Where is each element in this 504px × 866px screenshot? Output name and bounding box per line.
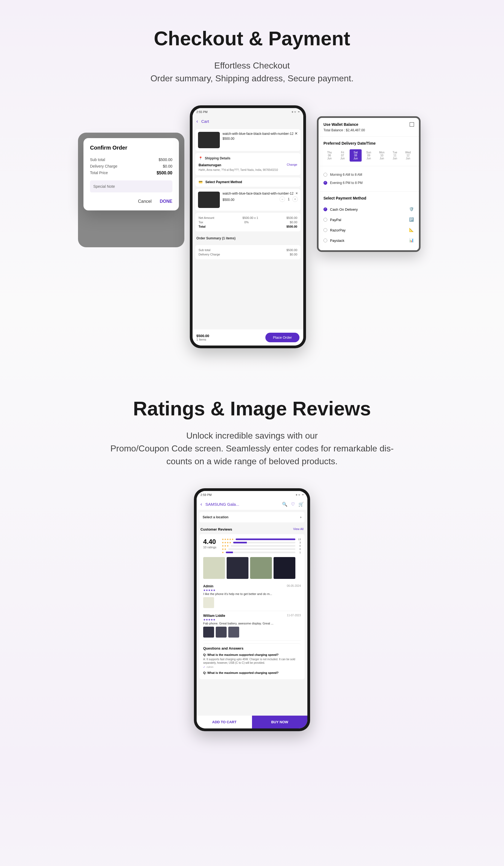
calendar-day[interactable]: Mon10Jun xyxy=(376,149,388,162)
calendar-day[interactable]: Fri07Jun xyxy=(336,149,348,162)
section-desc: counts on a wide range of beloved produc… xyxy=(11,456,493,466)
section-title: Checkout & Payment xyxy=(11,27,493,50)
payment-option[interactable]: Paystack📊 xyxy=(323,235,414,246)
review-item: Admin06-05-2024 ★★★★★ I like the phone i… xyxy=(203,581,301,611)
status-time: 2:55 PM xyxy=(196,110,208,113)
review-thumb[interactable] xyxy=(203,597,214,608)
ship-address: Hahh, Area name, ??d al Bay???, Tamil Na… xyxy=(198,168,297,172)
calendar-day[interactable]: Sat08Jun xyxy=(350,149,362,162)
radio-morning[interactable] xyxy=(323,173,327,177)
rating-bar: ★1 xyxy=(222,551,301,554)
phone-reviews: 2:59 PM◉ ᯤ ▭ ‹ SAMSUNG Gala... 🔍 ♡ 🛒 Sel… xyxy=(194,488,310,731)
product-image xyxy=(198,132,220,148)
subtotal-value: $500.00 xyxy=(159,157,172,162)
calendar-day[interactable]: Tue11Jun xyxy=(389,149,401,162)
back-icon[interactable]: ‹ xyxy=(201,501,202,507)
buy-now-button[interactable]: BUY NOW xyxy=(252,715,307,729)
shipping-card: 📍Shipping Details BalamuruganChange Hahh… xyxy=(195,153,300,175)
cancel-button[interactable]: Cancel xyxy=(138,199,152,204)
calendar-day[interactable]: Thu06Jun xyxy=(323,149,335,162)
remove-icon[interactable]: ✕ xyxy=(295,131,298,136)
rating-section: 4.40 10 ratings ★★★★★13★★★★3★★★0★★0★1 Ad… xyxy=(199,534,305,679)
product-name: watch-with-blue-face-black-band-with-num… xyxy=(222,132,298,136)
star-rating: ★★★★★ xyxy=(203,618,301,621)
product-image xyxy=(198,192,220,208)
cart-icon[interactable]: 🛒 xyxy=(299,502,303,507)
header-title: SAMSUNG Gala... xyxy=(205,502,279,507)
plus-button[interactable]: + xyxy=(293,197,298,202)
location-selector[interactable]: Select a location› xyxy=(199,512,305,522)
rating-bar: ★★★★★13 xyxy=(222,538,301,541)
wallet-title: Use Wallet Balance xyxy=(323,122,358,127)
order-summary-title: Order Summary (1 items) xyxy=(193,234,303,243)
product-price: $500.00 xyxy=(222,198,234,202)
review-thumb[interactable] xyxy=(216,626,227,637)
cart-item: watch-with-blue-face-black-band-with-num… xyxy=(195,129,300,151)
dialog-title: Confirm Order xyxy=(90,145,172,151)
footer-items: 1 Items xyxy=(196,338,209,341)
radio[interactable] xyxy=(323,208,327,211)
card-icon: 💳 xyxy=(198,180,203,184)
done-button[interactable]: DONE xyxy=(160,199,172,204)
add-to-cart-button[interactable]: ADD TO CART xyxy=(197,715,252,729)
cart-footer: $500.00 1 Items Place Order xyxy=(193,330,303,345)
payment-option[interactable]: RazorPay📐 xyxy=(323,225,414,235)
subtotal-label: Sub total xyxy=(90,157,105,162)
review-thumb[interactable] xyxy=(228,626,239,637)
payment-option[interactable]: PayPal🅿️ xyxy=(323,214,414,225)
product-name: watch-with-blue-face-black-band-with-num… xyxy=(222,192,298,196)
product-price: $500.00 xyxy=(222,137,298,141)
delivery-value: $0.00 xyxy=(163,164,172,168)
place-order-button[interactable]: Place Order xyxy=(265,333,299,342)
special-note-input[interactable]: Special Note xyxy=(90,180,172,192)
review-item: William Liddle11-07-2023 ★★★★★ Fab phone… xyxy=(203,611,301,641)
question: Q: What is the maximum supported chargin… xyxy=(203,653,301,656)
change-link[interactable]: Change xyxy=(287,163,297,167)
rating-bar: ★★★0 xyxy=(222,544,301,547)
rating-value: 4.40 xyxy=(203,538,216,546)
payment-method-card[interactable]: 💳Select Payment Method xyxy=(195,177,300,187)
section-desc: Order summary, Shipping address, Secure … xyxy=(11,74,493,84)
heart-icon[interactable]: ♡ xyxy=(290,502,295,507)
status-time: 2:59 PM xyxy=(201,493,211,497)
search-icon[interactable]: 🔍 xyxy=(282,502,287,507)
answered-by: ✓Admin xyxy=(203,666,301,668)
answer: A: It supports fast charging upto 45W. C… xyxy=(203,657,301,665)
rating-bar: ★★★★3 xyxy=(222,541,301,544)
calendar-day[interactable]: Sun09Jun xyxy=(363,149,375,162)
wallet-checkbox[interactable] xyxy=(410,122,414,127)
review-image[interactable] xyxy=(227,557,249,579)
confirm-order-dialog: Confirm Order Sub total$500.00 Delivery … xyxy=(83,138,179,210)
radio[interactable] xyxy=(323,218,327,222)
total-value: $500.00 xyxy=(157,170,172,176)
review-thumb[interactable] xyxy=(203,626,214,637)
review-image[interactable] xyxy=(250,557,272,579)
qa-title: Questions and Answers xyxy=(203,646,301,651)
review-image[interactable] xyxy=(203,557,225,579)
review-text: Fab phone. Great battery, awesome displa… xyxy=(203,622,301,625)
summary-card: Sub total$500.00 Delivery Charge$0.00 xyxy=(195,245,300,259)
reviews-title: Customer Reviews xyxy=(201,527,232,531)
footer-total: $500.00 xyxy=(196,334,209,338)
section-desc: Unlock incredible savings with our xyxy=(11,431,493,441)
review-image[interactable] xyxy=(274,557,295,579)
minus-button[interactable]: − xyxy=(279,197,285,202)
wallet-panel: Use Wallet Balance Total Balance : $2,48… xyxy=(317,116,421,252)
section-subtitle: Effortless Checkout xyxy=(11,60,493,71)
radio-evening[interactable] xyxy=(323,181,327,185)
buy-bar: ADD TO CART BUY NOW xyxy=(197,715,307,729)
qty-value: 1 xyxy=(288,197,290,201)
ship-name: Balamurugan xyxy=(198,163,221,167)
remove-icon[interactable]: × xyxy=(296,191,298,196)
section-title: Ratings & Image Reviews xyxy=(11,397,493,420)
phone-cart: 2:55 PM◉ ᯤ ▭ ‹ Cart watch-with-blue-face… xyxy=(190,106,306,348)
radio[interactable] xyxy=(323,238,327,242)
section-desc: Promo/Coupon Code screen. Seamlessly ent… xyxy=(11,444,493,454)
back-icon[interactable]: ‹ xyxy=(196,119,198,124)
delivery-label: Delivery Charge xyxy=(90,164,117,168)
view-all-link[interactable]: View All xyxy=(293,527,303,531)
payment-option[interactable]: Cash On Delivery🛡️ xyxy=(323,204,414,214)
radio[interactable] xyxy=(323,228,327,232)
calendar-day[interactable]: Wed12Jun xyxy=(402,149,414,162)
amount-card: Net Amount$500.00 x 1$500.00 Tax0%$0.00 … xyxy=(195,213,300,231)
